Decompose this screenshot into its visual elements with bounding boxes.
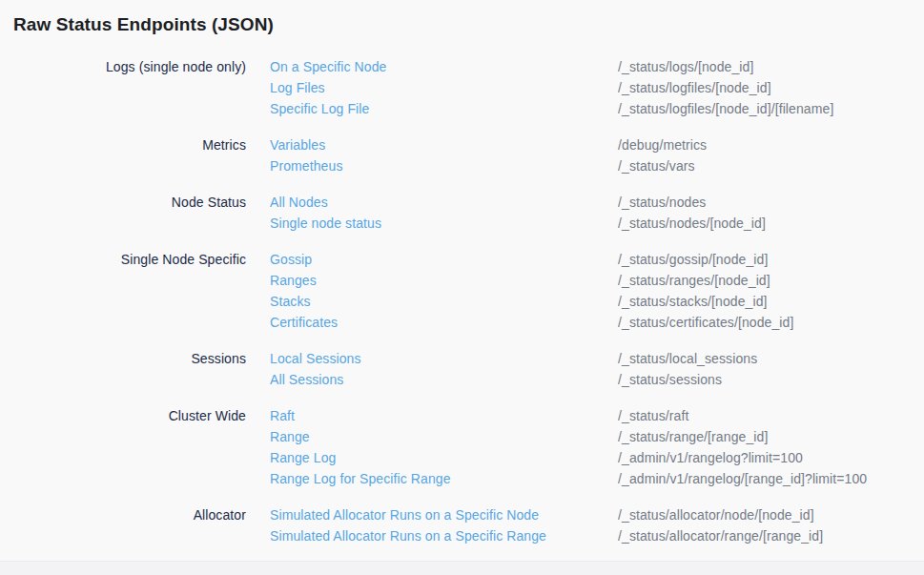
endpoint-path: /_status/nodes — [618, 192, 924, 213]
endpoint-link[interactable]: Gossip — [270, 252, 312, 267]
endpoint-group: SessionsLocal Sessions/_status/local_ses… — [0, 348, 924, 390]
endpoint-path: /_status/raft — [618, 405, 924, 426]
endpoint-row: Specific Log File/_status/logfiles/[node… — [0, 98, 924, 119]
endpoint-row: All Sessions/_status/sessions — [0, 369, 924, 390]
endpoint-category-label: Cluster Wide — [0, 405, 246, 426]
endpoint-path: /_status/ranges/[node_id] — [618, 270, 924, 291]
endpoint-link-cell: Range Log — [246, 447, 618, 468]
endpoint-category-label: Logs (single node only) — [0, 56, 246, 77]
endpoint-link[interactable]: Simulated Allocator Runs on a Specific N… — [270, 507, 539, 523]
endpoint-category-label: Allocator — [0, 504, 246, 525]
endpoint-path: /_status/logfiles/[node_id]/[filename] — [618, 98, 924, 119]
endpoint-category-label — [0, 291, 246, 312]
endpoint-row: Ranges/_status/ranges/[node_id] — [0, 270, 924, 291]
endpoint-path: /_admin/v1/rangelog?limit=100 — [618, 447, 924, 468]
endpoint-path: /_status/nodes/[node_id] — [618, 213, 924, 234]
endpoint-link[interactable]: Certificates — [270, 315, 338, 330]
endpoint-row: MetricsVariables/debug/metrics — [0, 134, 924, 155]
endpoint-row: Range/_status/range/[range_id] — [0, 426, 924, 447]
endpoint-link[interactable]: All Nodes — [270, 195, 328, 210]
endpoint-link-cell: Gossip — [246, 249, 618, 270]
endpoint-link[interactable]: Specific Log File — [270, 101, 369, 116]
endpoint-link[interactable]: Range — [270, 429, 310, 444]
endpoint-link-cell: Single node status — [246, 213, 618, 234]
endpoint-path: /_status/sessions — [618, 369, 924, 390]
endpoint-path: /_status/vars — [618, 155, 924, 176]
endpoint-path: /_status/certificates/[node_id] — [618, 312, 924, 333]
endpoint-row: Range Log/_admin/v1/rangelog?limit=100 — [0, 447, 924, 468]
debug-page: Raw Status Endpoints (JSON) Logs (single… — [0, 0, 924, 575]
endpoint-category-label — [0, 270, 246, 291]
endpoint-link[interactable]: Simulated Allocator Runs on a Specific R… — [270, 528, 546, 544]
endpoint-link[interactable]: Range Log — [270, 450, 336, 465]
endpoint-row: Log Files/_status/logfiles/[node_id] — [0, 77, 924, 98]
endpoint-path: /_status/range/[range_id] — [618, 426, 924, 447]
endpoint-path: /debug/metrics — [618, 134, 924, 155]
endpoint-category-label — [0, 426, 246, 447]
endpoint-link[interactable]: Raft — [270, 408, 295, 423]
endpoint-link-cell: Certificates — [246, 312, 618, 333]
endpoint-link-cell: On a Specific Node — [246, 56, 618, 77]
endpoint-row: Simulated Allocator Runs on a Specific R… — [0, 525, 924, 546]
endpoint-category-label: Node Status — [0, 192, 246, 213]
endpoint-row: Single Node SpecificGossip/_status/gossi… — [0, 249, 924, 270]
endpoint-group: Node StatusAll Nodes/_status/nodesSingle… — [0, 192, 924, 234]
endpoint-row: Single node status/_status/nodes/[node_i… — [0, 213, 924, 234]
endpoint-row: Cluster WideRaft/_status/raft — [0, 405, 924, 426]
endpoint-link-cell: Local Sessions — [246, 348, 618, 369]
endpoint-group: MetricsVariables/debug/metricsPrometheus… — [0, 134, 924, 176]
endpoint-row: Logs (single node only)On a Specific Nod… — [0, 56, 924, 77]
endpoint-link-cell: Variables — [246, 134, 618, 155]
endpoint-path: /_status/allocator/range/[range_id] — [618, 525, 924, 546]
endpoint-row: Certificates/_status/certificates/[node_… — [0, 312, 924, 333]
endpoint-link-cell: Raft — [246, 405, 618, 426]
endpoint-path: /_admin/v1/rangelog/[range_id]?limit=100 — [618, 468, 924, 489]
endpoint-group: Cluster WideRaft/_status/raftRange/_stat… — [0, 405, 924, 489]
endpoint-link-cell: Specific Log File — [246, 98, 618, 119]
endpoint-link-cell: Range Log for Specific Range — [246, 468, 618, 489]
endpoint-path: /_status/local_sessions — [618, 348, 924, 369]
endpoint-row: Range Log for Specific Range/_admin/v1/r… — [0, 468, 924, 489]
endpoint-link[interactable]: Single node status — [270, 216, 381, 231]
endpoint-category-label — [0, 468, 246, 489]
endpoint-link-cell: All Nodes — [246, 192, 618, 213]
endpoint-category-label — [0, 77, 246, 98]
page-title: Raw Status Endpoints (JSON) — [13, 12, 924, 37]
endpoint-link-cell: Range — [246, 426, 618, 447]
endpoint-link-cell: Prometheus — [246, 155, 618, 176]
endpoint-link[interactable]: Stacks — [270, 294, 311, 309]
endpoint-category-label — [0, 525, 246, 546]
endpoint-group: Logs (single node only)On a Specific Nod… — [0, 56, 924, 119]
endpoint-row: Node StatusAll Nodes/_status/nodes — [0, 192, 924, 213]
endpoint-path: /_status/allocator/node/[node_id] — [618, 504, 924, 525]
endpoint-group: AllocatorSimulated Allocator Runs on a S… — [0, 504, 924, 546]
endpoint-row: SessionsLocal Sessions/_status/local_ses… — [0, 348, 924, 369]
endpoint-category-label — [0, 98, 246, 119]
endpoint-category-label: Single Node Specific — [0, 249, 246, 270]
endpoint-link[interactable]: Variables — [270, 137, 325, 153]
endpoint-link-cell: Stacks — [246, 291, 618, 312]
endpoint-link[interactable]: Ranges — [270, 273, 317, 288]
endpoint-category-label — [0, 155, 246, 176]
endpoint-category-label: Metrics — [0, 134, 246, 155]
raw-status-endpoints-panel: Raw Status Endpoints (JSON) Logs (single… — [0, 0, 924, 562]
endpoint-group: Single Node SpecificGossip/_status/gossi… — [0, 249, 924, 333]
endpoint-link[interactable]: On a Specific Node — [270, 59, 386, 74]
endpoint-row: AllocatorSimulated Allocator Runs on a S… — [0, 504, 924, 525]
endpoint-link-cell: Simulated Allocator Runs on a Specific N… — [246, 504, 618, 525]
endpoint-link-cell: Log Files — [246, 77, 618, 98]
endpoint-link[interactable]: Local Sessions — [270, 351, 361, 366]
endpoint-link[interactable]: Log Files — [270, 80, 325, 95]
endpoint-link[interactable]: All Sessions — [270, 372, 343, 387]
endpoint-category-label — [0, 369, 246, 390]
endpoint-category-label — [0, 312, 246, 333]
endpoint-link-cell: Ranges — [246, 270, 618, 291]
endpoint-link-cell: Simulated Allocator Runs on a Specific R… — [246, 525, 618, 546]
endpoint-link[interactable]: Range Log for Specific Range — [270, 471, 451, 486]
endpoint-row: Stacks/_status/stacks/[node_id] — [0, 291, 924, 312]
endpoint-path: /_status/stacks/[node_id] — [618, 291, 924, 312]
endpoint-link[interactable]: Prometheus — [270, 158, 342, 174]
endpoint-category-label — [0, 447, 246, 468]
endpoint-category-label: Sessions — [0, 348, 246, 369]
endpoint-link-cell: All Sessions — [246, 369, 618, 390]
